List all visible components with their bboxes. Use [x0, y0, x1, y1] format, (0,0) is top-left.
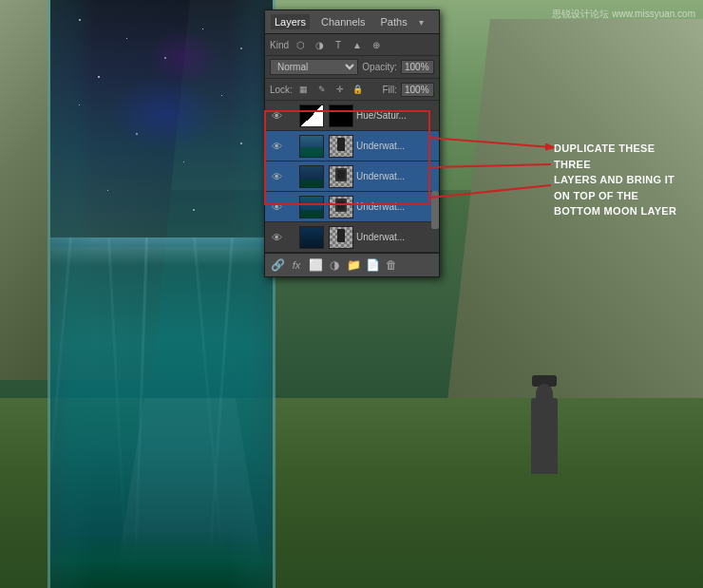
tab-layers[interactable]: Layers	[271, 14, 310, 29]
layer-row-hue[interactable]: 👁 Hue/Satur...	[265, 101, 439, 131]
lock-label: Lock:	[270, 85, 293, 95]
filter-smart-icon[interactable]: ⊕	[369, 37, 384, 52]
layer-row-2[interactable]: 👁 Underwat...	[265, 161, 439, 192]
kind-row: Kind ⬡ ◑ T ▲ ⊕	[265, 34, 439, 56]
tab-paths[interactable]: Paths	[377, 14, 411, 29]
layer-name-0: Hue/Satur...	[356, 110, 426, 121]
panel-options-icon[interactable]: ▾	[419, 17, 424, 28]
layer-thumb-2	[299, 165, 324, 188]
layer-name-2: Underwat...	[356, 171, 426, 181]
filter-shape-icon[interactable]: ▲	[350, 37, 365, 52]
person-silhouette	[522, 370, 565, 474]
annotation-line2: LAYERS AND BRING IT	[554, 172, 687, 188]
layer-thumb-4	[299, 226, 324, 249]
layer-row-3[interactable]: 👁 Underwat...	[265, 192, 439, 222]
eye-icon-0[interactable]: 👁	[269, 108, 284, 123]
panel-header: Layers Channels Paths ▾	[265, 10, 439, 34]
panel-scrollbar[interactable]	[431, 191, 439, 217]
layer-name-3: Underwat...	[356, 201, 426, 212]
eye-icon-1[interactable]: 👁	[269, 139, 284, 154]
kind-label: Kind	[270, 40, 289, 50]
annotation-line3: ON TOP OF THE	[554, 188, 687, 204]
scrollbar-thumb[interactable]	[431, 191, 439, 229]
layer-mask-4	[329, 226, 353, 249]
new-layer-icon[interactable]: 📄	[365, 257, 380, 273]
fill-label: Fill:	[382, 85, 397, 95]
fill-input[interactable]	[401, 83, 434, 97]
layer-mask-1	[329, 135, 353, 158]
tab-channels[interactable]: Channels	[317, 14, 369, 29]
layer-thumb-1	[299, 135, 324, 158]
add-mask-icon[interactable]: ⬜	[308, 257, 323, 273]
layer-mask-3	[329, 196, 353, 218]
lock-position-icon[interactable]: ✛	[332, 82, 348, 97]
lock-row: Lock: ▦ ✎ ✛ 🔒 Fill:	[265, 79, 439, 101]
layer-row-1[interactable]: 👁 Underwat...	[265, 131, 439, 161]
layers-list: 👁 Hue/Satur... 👁 Underwat... 👁	[265, 101, 439, 253]
delete-layer-icon[interactable]: 🗑	[384, 257, 399, 273]
eye-icon-3[interactable]: 👁	[269, 199, 284, 215]
layer-name-1: Underwat...	[356, 141, 426, 151]
fx-icon[interactable]: fx	[289, 257, 304, 273]
opacity-label: Opacity:	[362, 62, 397, 72]
filter-pixel-icon[interactable]: ⬡	[293, 37, 308, 52]
lock-pixels-icon[interactable]: ✎	[314, 82, 330, 97]
layer-thumb-0	[299, 104, 324, 127]
layer-thumb-3	[299, 196, 324, 218]
blend-mode-select[interactable]: Normal	[270, 59, 358, 75]
lock-icons: ▦ ✎ ✛ 🔒	[296, 82, 366, 97]
layer-row-4[interactable]: 👁 Underwat...	[265, 222, 439, 253]
annotation-line4: BOTTOM MOON LAYER	[554, 203, 687, 219]
bottle-glass	[48, 0, 276, 588]
person-body	[531, 398, 558, 474]
eye-icon-4[interactable]: 👁	[269, 230, 284, 245]
layer-mask-0	[329, 104, 353, 127]
eye-icon-2[interactable]: 👁	[269, 169, 284, 184]
opacity-input[interactable]	[401, 60, 434, 74]
layer-name-4: Underwat...	[356, 232, 426, 242]
link-layers-icon[interactable]: 🔗	[270, 257, 285, 273]
annotation-text: DUPLICATE THESE THREE LAYERS AND BRING I…	[554, 141, 687, 219]
lock-transparent-icon[interactable]: ▦	[296, 82, 312, 97]
adjustment-icon[interactable]: ◑	[327, 257, 342, 273]
blend-row: Normal Opacity:	[265, 56, 439, 79]
panel-toolbar: 🔗 fx ⬜ ◑ 📁 📄 🗑	[265, 253, 439, 276]
annotation-line1: DUPLICATE THESE THREE	[554, 141, 687, 172]
layers-panel: Layers Channels Paths ▾ Kind ⬡ ◑ T ▲ ⊕ N…	[264, 9, 440, 277]
new-group-icon[interactable]: 📁	[346, 257, 361, 273]
layer-mask-2	[329, 165, 353, 188]
lock-all-icon[interactable]: 🔒	[351, 82, 366, 97]
filter-adjust-icon[interactable]: ◑	[312, 37, 327, 52]
filter-type-icon[interactable]: T	[331, 37, 346, 52]
watermark: 思锐设计论坛 www.missyuan.com	[552, 8, 695, 21]
